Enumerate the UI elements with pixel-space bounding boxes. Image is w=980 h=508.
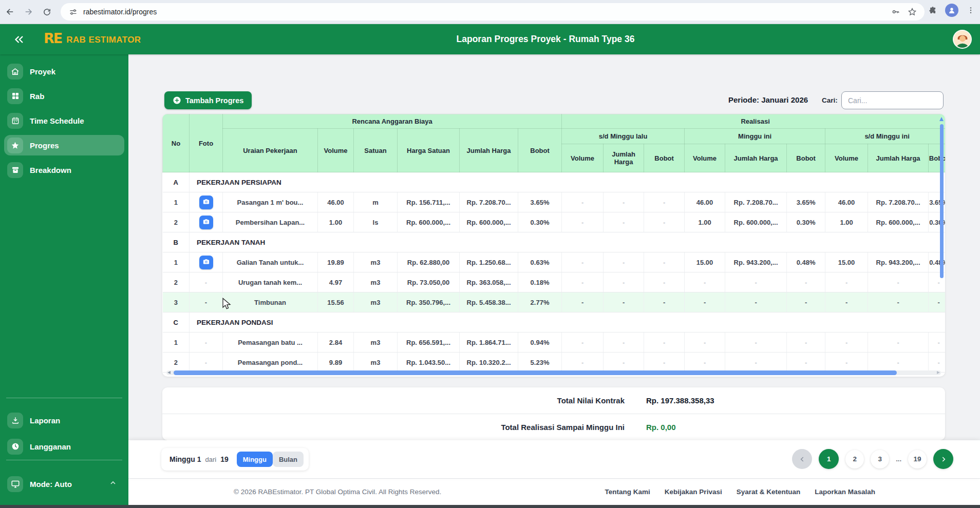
vertical-scrollbar[interactable] xyxy=(939,117,944,333)
browser-forward-button[interactable] xyxy=(21,5,35,19)
col-minggu-ini-volume: Volume xyxy=(685,144,725,172)
photo-button[interactable] xyxy=(199,216,213,229)
browser-reload-button[interactable] xyxy=(40,5,54,19)
col-uraian-pekerjaan: Uraian Pekerjaan xyxy=(223,129,318,172)
site-info-icon[interactable] xyxy=(68,7,78,17)
photo-button[interactable] xyxy=(199,196,213,209)
pagination-page-19[interactable]: 19 xyxy=(908,450,927,468)
table-section-row-A: A PEKERJAAN PERSIAPAN xyxy=(163,172,946,192)
progress-table-card: No Foto Rencana Anggaran Biaya Realisasi… xyxy=(162,114,945,377)
total-contract-value: Rp. 197.388.358,33 xyxy=(646,396,714,405)
sidebar-item-breakdown[interactable]: Breakdown xyxy=(4,160,124,180)
period-toggle-group: MingguBulan xyxy=(233,452,304,467)
mode-label: Mode: Auto xyxy=(30,480,72,489)
user-avatar[interactable] xyxy=(953,30,972,49)
table-section-row-C: C PEKERJAAN PONDASI xyxy=(163,312,946,333)
uraian-cell: Pembersihan Lapan... xyxy=(223,212,318,232)
photo-button[interactable] xyxy=(199,256,213,269)
week-total-label: 19 xyxy=(220,455,229,463)
uraian-cell: Urugan tanah kem... xyxy=(223,272,318,292)
pagination-page-1[interactable]: 1 xyxy=(819,449,839,469)
extensions-puzzle-icon[interactable] xyxy=(928,5,938,15)
bookmark-star-icon[interactable] xyxy=(907,7,917,17)
col-no: No xyxy=(163,114,190,172)
uraian-cell: Galian Tanah untuk... xyxy=(223,252,318,272)
sidebar-item-rab[interactable]: Rab xyxy=(4,86,124,106)
sidebar-item-langganan[interactable]: Langganan xyxy=(4,436,124,457)
scroll-right-arrow-icon[interactable] xyxy=(937,371,940,374)
section-label: PEKERJAAN PERSIAPAN xyxy=(190,172,946,192)
sidebar-item-progres[interactable]: Progres xyxy=(4,135,124,155)
group-realisasi: Realisasi xyxy=(562,114,945,129)
add-progress-button[interactable]: Tambah Progres xyxy=(164,91,252,109)
footer-link-syarat-ketentuan[interactable]: Syarat & Ketentuan xyxy=(737,488,801,496)
period-label: Periode: Januari 2026 xyxy=(728,95,808,104)
camera-icon xyxy=(202,198,210,207)
bottom-bar: Minggu 1 dari 19 MingguBulan 123...19 xyxy=(128,440,980,478)
avatar-image xyxy=(954,31,971,48)
uraian-cell: Timbunan xyxy=(223,292,318,312)
table-row[interactable]: 2 Pembersihan Lapan... 1.00lsRp. 600.000… xyxy=(163,212,946,232)
col-s-d-minggu-lalu-volume: Volume xyxy=(562,144,604,172)
table-row[interactable]: 2 - Urugan tanah kem... 4.97m3Rp. 73.050… xyxy=(163,272,946,292)
password-key-icon[interactable] xyxy=(891,7,901,17)
url-text: rabestimator.id/progres xyxy=(83,8,891,16)
vertical-scroll-thumb[interactable] xyxy=(940,124,944,278)
uraian-cell: Pemasangan pond... xyxy=(223,353,318,373)
chevron-up-icon[interactable] xyxy=(109,479,117,489)
sidebar-nav: Proyek Rab Time Schedule Progres Breakdo… xyxy=(0,54,128,180)
subgroup-minggu-ini: Minggu ini xyxy=(685,129,825,144)
sidebar-collapse-button[interactable] xyxy=(11,32,27,47)
logo-text: RAB ESTIMATOR xyxy=(66,32,141,45)
table-row[interactable]: 1 - Pemasangan batu ... 2.84m3Rp. 656.59… xyxy=(163,333,946,353)
toggle-bulan[interactable]: Bulan xyxy=(273,452,304,467)
table-row[interactable]: 3 - Timbunan 15.56m3Rp. 350.796,...Rp. 5… xyxy=(163,292,946,312)
page-title: Laporan Progres Proyek - Rumah Type 36 xyxy=(457,34,635,45)
horizontal-scroll-thumb[interactable] xyxy=(174,370,897,375)
url-bar[interactable]: rabestimator.id/progres xyxy=(61,3,925,21)
sidebar-item-mode-auto[interactable]: Mode: Auto xyxy=(4,474,124,494)
sidebar-item-time-schedule[interactable]: Time Schedule xyxy=(4,110,124,131)
camera-icon xyxy=(202,258,210,267)
week-of-label: dari xyxy=(205,456,216,463)
col-s-d-minggu-ini-volume: Volume xyxy=(825,144,868,172)
total-contract-label: Total Nilai Kontrak xyxy=(162,396,625,405)
forward-arrow-icon xyxy=(24,7,33,16)
week-number-label: Minggu 1 xyxy=(169,455,201,463)
search-input[interactable] xyxy=(841,91,944,109)
col-satuan: Satuan xyxy=(354,129,398,172)
star-icon xyxy=(7,138,23,153)
col-minggu-ini-jumlah-harga: Jumlah Harga xyxy=(725,144,787,172)
grid-icon xyxy=(7,88,23,104)
table-row[interactable]: 1 Galian Tanah untuk... 19.89m3Rp. 62.88… xyxy=(163,252,946,272)
toggle-minggu[interactable]: Minggu xyxy=(237,452,273,467)
taskbar-strip xyxy=(0,505,980,508)
footer-link-tentang-kami[interactable]: Tentang Kami xyxy=(605,488,650,496)
scroll-left-arrow-icon[interactable] xyxy=(167,371,171,374)
archive-icon xyxy=(7,162,23,178)
footer-link-kebijakan-privasi[interactable]: Kebijakan Privasi xyxy=(665,488,722,496)
reload-icon xyxy=(43,8,51,16)
col-volume: Volume xyxy=(318,129,354,172)
pagination-page-3[interactable]: 3 xyxy=(871,450,889,468)
pagination-page-2[interactable]: 2 xyxy=(845,450,864,468)
table-row[interactable]: 2 - Pemasangan pond... 9.89m3Rp. 1.043.5… xyxy=(163,353,946,373)
pagination-next-button[interactable] xyxy=(933,449,953,469)
sidebar-divider xyxy=(6,398,122,398)
browser-back-button[interactable] xyxy=(3,5,17,19)
browser-menu-kebab-icon[interactable] xyxy=(966,5,976,15)
section-label: PEKERJAAN TANAH xyxy=(190,232,946,252)
subgroup-s-d-minggu-ini: s/d Minggu ini xyxy=(825,129,945,144)
sidebar-item-laporan[interactable]: Laporan xyxy=(4,410,124,431)
main-content: Tambah Progres Periode: Januari 2026 Car… xyxy=(128,54,980,508)
sidebar-divider-2 xyxy=(6,460,122,460)
scroll-up-arrow-icon[interactable] xyxy=(939,117,944,121)
footer-link-laporkan-masalah[interactable]: Laporkan Masalah xyxy=(815,488,875,496)
sidebar-item-proyek[interactable]: Proyek xyxy=(4,61,124,82)
col-minggu-ini-bobot: Bobot xyxy=(787,144,825,172)
pagination-prev-button[interactable] xyxy=(792,449,812,469)
horizontal-scrollbar[interactable] xyxy=(166,370,941,375)
footer-links: Tentang KamiKebijakan PrivasiSyarat & Ke… xyxy=(605,488,875,496)
browser-profile-avatar[interactable] xyxy=(945,4,958,17)
table-row[interactable]: 1 Pasangan 1 m' bou... 46.00mRp. 156.711… xyxy=(163,192,946,212)
